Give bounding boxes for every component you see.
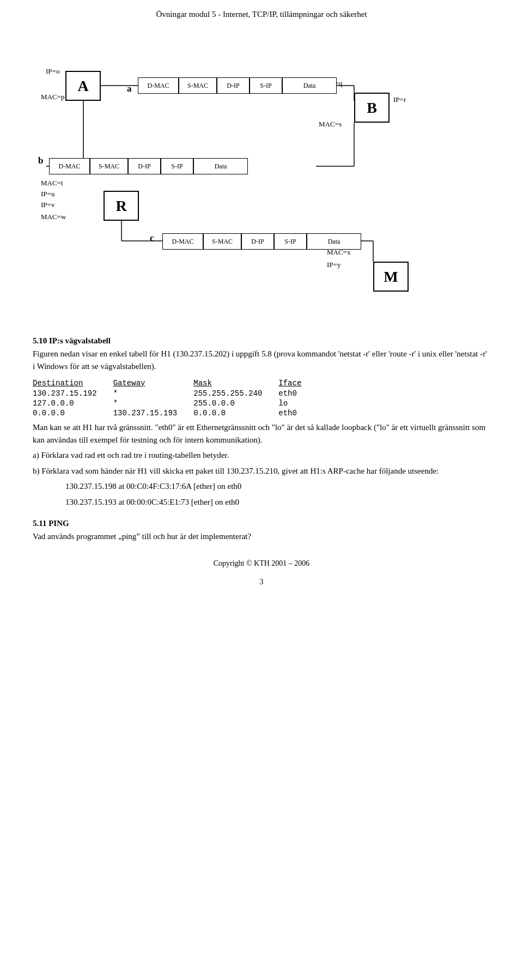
table-cell: 130.237.15.192 [33,389,113,398]
label-mac-s: MAC=s [319,120,342,129]
table-row: 130.237.15.192*255.255.255.240eth0 [33,389,318,398]
frame-a-label: a [127,83,132,94]
header-title: Övningar modul 5 - Internet, TCP/IP, til… [156,10,367,19]
network-diagram: A IP=o MAC=p B MAC=q IP=r MAC=s a D-MAC … [38,41,485,324]
col-header-iface: Iface [278,379,318,389]
frame-c-label: c [150,233,154,244]
frame-b-data: Data [193,158,248,174]
table-row: 0.0.0.0130.237.15.1930.0.0.0eth0 [33,408,318,418]
frame-b-dmac: D-MAC [49,158,90,174]
table-cell: eth0 [278,408,318,418]
node-M: M [373,262,409,292]
section-511-title: 5.11 PING [33,519,490,528]
label-ip-v: IP=v [41,201,54,209]
table-cell: lo [278,398,318,408]
label-mac-p: MAC=p [41,93,64,101]
label-mac-t: MAC=t [41,179,63,187]
label-mac-x: MAC=x [327,248,350,257]
label-ip-o: IP=o [46,67,59,76]
frame-a-row: D-MAC S-MAC D-IP S-IP Data [138,77,337,94]
frame-b-sip: S-IP [161,158,193,174]
content-wrapper: A IP=o MAC=p B MAC=q IP=r MAC=s a D-MAC … [0,25,523,603]
table-cell: 0.0.0.0 [33,408,113,418]
frame-c-sip: S-IP [274,233,307,250]
frame-a-dip: D-IP [217,77,250,94]
arp-line2: 130.237.15.193 at 00:00:0C:45:E1:73 [eth… [65,496,490,509]
frame-c-dip: D-IP [241,233,274,250]
section-510-title: 5.10 IP:s vägvalstabell [33,336,490,346]
frame-a-dmac: D-MAC [138,77,179,94]
table-row: 127.0.0.0*255.0.0.0lo [33,398,318,408]
frame-b-label: b [38,155,43,166]
table-cell: 255.255.255.240 [193,389,278,398]
page-number: 3 [33,578,490,586]
table-cell: 130.237.15.193 [113,408,194,418]
section-510-text2: Man kan se att H1 har två gränssnitt. "e… [33,421,490,446]
frame-b-row: D-MAC S-MAC D-IP S-IP Data [49,158,248,174]
frame-a-smac: S-MAC [179,77,217,94]
label-mac-w: MAC=w [41,213,66,221]
frame-b-dip: D-IP [128,158,161,174]
frame-a-sip: S-IP [250,77,282,94]
label-ip-u: IP=u [41,190,54,198]
page-footer: Copyright © KTH 2001 – 2006 [33,559,490,573]
node-A: A [65,71,101,101]
section-510-text3: a) Förklara vad rad ett och rad tre i ro… [33,449,490,462]
col-header-mask: Mask [193,379,278,389]
frame-b-smac: S-MAC [90,158,128,174]
table-cell: 127.0.0.0 [33,398,113,408]
label-ip-r: IP=r [393,95,406,104]
table-cell: eth0 [278,389,318,398]
frame-a-data: Data [282,77,337,94]
label-ip-y: IP=y [327,261,340,269]
section-511-text: Vad används programmet „ping” till och h… [33,530,490,543]
routing-table: Destination Gateway Mask Iface 130.237.1… [33,379,490,418]
node-R: R [104,191,139,221]
section-510-text4: b) Förklara vad som händer när H1 vill s… [33,465,490,477]
frame-c-row: D-MAC S-MAC D-IP S-IP Data [162,233,361,250]
section-510-text1: Figuren nedan visar en enkel tabell för … [33,348,490,372]
frame-c-data: Data [307,233,361,250]
page-header: Övningar modul 5 - Internet, TCP/IP, til… [0,0,523,25]
table-cell: 255.0.0.0 [193,398,278,408]
table-cell: * [113,398,194,408]
col-header-destination: Destination [33,379,113,389]
col-header-gateway: Gateway [113,379,194,389]
table-cell: * [113,389,194,398]
frame-c-smac: S-MAC [203,233,241,250]
frame-c-dmac: D-MAC [162,233,203,250]
node-B: B [354,93,390,123]
arp-line1: 130.237.15.198 at 00:C0:4F:C3:17:6A [eth… [65,480,490,493]
table-cell: 0.0.0.0 [193,408,278,418]
